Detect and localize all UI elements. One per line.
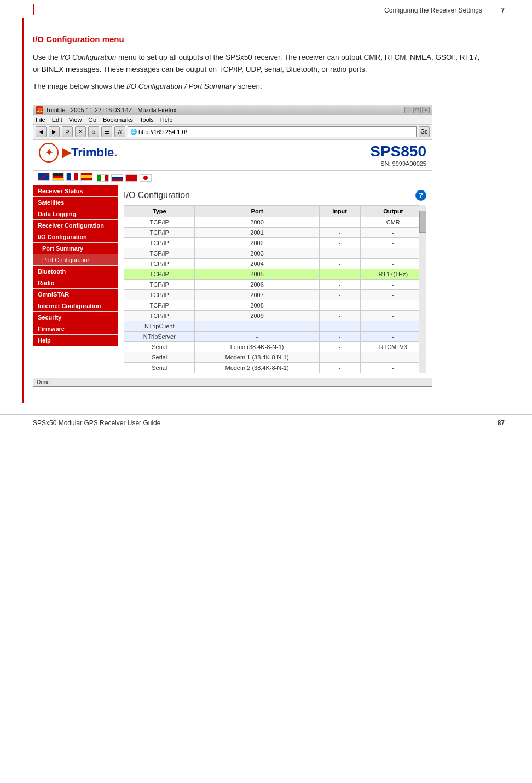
help-icon[interactable]: ? [415,190,426,201]
sidebar-item-internet-configuration[interactable]: Internet Configuration [33,300,118,312]
cell-port: 2000 [195,217,319,227]
back-button[interactable]: ◀ [36,126,47,137]
cell-type: TCP/IP [124,310,195,321]
content-header: I/O Configuration ? [124,190,426,201]
cell-output: - [360,310,426,321]
vertical-scrollbar[interactable] [419,205,426,373]
table-row[interactable]: TCP/IP2007-- [124,289,426,300]
cell-input: - [319,362,360,373]
menu-file[interactable]: File [36,117,45,123]
sidebar-item-help[interactable]: Help [33,335,118,346]
flag-fr[interactable] [66,173,78,181]
screenshot: 🦊 Trimble - 2005-11-22T16:03:14Z - Mozil… [33,105,432,387]
table-row[interactable]: TCP/IP2004-- [124,258,426,269]
browser-titlebar: 🦊 Trimble - 2005-11-22T16:03:14Z - Mozil… [33,105,432,115]
sidebar-item-receiver-configuration[interactable]: Receiver Configuration [33,220,118,231]
trimble-arrow: ▶ [62,146,71,159]
sidebar: Receiver Status Satellites Data Logging … [33,185,118,378]
menu-tools[interactable]: Tools [140,117,154,123]
window-controls[interactable]: _ □ × [404,107,430,113]
flag-ru[interactable] [111,174,123,182]
footer-guide-name: SPSx50 Modular GPS Receiver User Guide [33,419,160,427]
app-layout: ✦ ▶Trimble. SPS850 SN: 9999A00025 [33,140,432,378]
close-button[interactable]: × [422,107,430,113]
sidebar-item-io-configuration[interactable]: I/O Configuration [33,231,118,243]
table-row[interactable]: TCP/IP2005-RT17(1Hz) [124,269,426,279]
maximize-button[interactable]: □ [413,107,421,113]
flag-jp[interactable] [140,174,152,182]
sidebar-item-omnistar[interactable]: OmniSTAR [33,289,118,300]
table-row[interactable]: NTripClient--- [124,321,426,331]
flag-uk[interactable] [38,173,50,181]
body-paragraph-2: The image below shows the I/O Configurat… [33,80,482,92]
table-row[interactable]: TCP/IP2006-- [124,279,426,289]
cell-input: - [319,352,360,362]
sidebar-item-satellites[interactable]: Satellites [33,197,118,208]
cell-port: 2005 [195,269,319,279]
table-header-row: Type Port Input Output [124,205,426,217]
cell-output: - [360,300,426,310]
forward-button[interactable]: ▶ [49,126,60,137]
flag-it[interactable] [97,174,109,182]
body-paragraph-1: Use the I/O Configuration menu to set up… [33,51,482,75]
sidebar-item-receiver-status[interactable]: Receiver Status [33,185,118,197]
menu-bookmarks[interactable]: Bookmarks [103,117,133,123]
cell-input: - [319,217,360,227]
cell-type: NTripServer [124,331,195,341]
sidebar-item-radio[interactable]: Radio [33,277,118,289]
cell-port: 2001 [195,227,319,237]
scrollbar-thumb[interactable] [419,211,426,233]
sidebar-item-port-configuration[interactable]: Port Configuration [33,254,118,266]
cell-output: - [360,362,426,373]
sidebar-item-data-logging[interactable]: Data Logging [33,208,118,220]
flag-es[interactable] [80,173,92,181]
cell-type: TCP/IP [124,269,195,279]
minimize-button[interactable]: _ [404,107,412,113]
io-config-title: I/O Configuration [124,190,190,200]
cell-port: Modem 2 (38.4K-8-N-1) [195,362,319,373]
menu-go[interactable]: Go [88,117,96,123]
table-row[interactable]: TCP/IP2008-- [124,300,426,310]
cell-input: - [319,310,360,321]
sidebar-item-firmware[interactable]: Firmware [33,323,118,335]
cell-input: - [319,269,360,279]
sidebar-item-port-summary[interactable]: Port Summary [33,243,118,254]
table-row[interactable]: TCP/IP2002-- [124,237,426,248]
menu-edit[interactable]: Edit [52,117,62,123]
menu-view[interactable]: View [69,117,82,123]
history-button[interactable]: ☰ [101,126,112,137]
home-button[interactable]: ⌂ [88,126,99,137]
table-row[interactable]: TCP/IP2009-- [124,310,426,321]
menu-help[interactable]: Help [160,117,173,123]
cell-port: 2006 [195,279,319,289]
cell-type: TCP/IP [124,237,195,248]
cell-port: 2004 [195,258,319,269]
table-row[interactable]: TCP/IP2000-CMR [124,217,426,227]
table-row[interactable]: SerialModem 2 (38.4K-8-N-1)-- [124,362,426,373]
stop-button[interactable]: ✕ [75,126,86,137]
table-row[interactable]: TCP/IP2001-- [124,227,426,237]
table-row[interactable]: SerialModem 1 (38.4K-8-N-1)-- [124,352,426,362]
cell-type: Serial [124,362,195,373]
cell-type: TCP/IP [124,248,195,258]
sidebar-item-security[interactable]: Security [33,312,118,323]
cell-type: TCP/IP [124,217,195,227]
section-title: I/O Configuration menu [33,34,505,44]
table-row[interactable]: NTripServer--- [124,331,426,341]
go-button[interactable]: Go [419,126,430,137]
url-bar[interactable]: 🌐 http://169.254.1.0/ [128,126,417,137]
status-text: Done [37,379,50,385]
table-row[interactable]: SerialLemo (38.4K-8-N-1)-RTCM_V3 [124,341,426,352]
cell-type: TCP/IP [124,279,195,289]
table-row[interactable]: TCP/IP2003-- [124,248,426,258]
cell-output: CMR [360,217,426,227]
cell-input: - [319,279,360,289]
refresh-button[interactable]: ↺ [62,126,73,137]
print-button[interactable]: 🖨 [114,126,125,137]
sidebar-item-bluetooth[interactable]: Bluetooth [33,266,118,277]
flag-de[interactable] [52,173,64,181]
cell-input: - [319,321,360,331]
page-header: Configuring the Receiver Settings 7 [384,5,505,15]
flag-cn[interactable] [125,174,137,182]
browser-toolbar: ◀ ▶ ↺ ✕ ⌂ ☰ 🖨 🌐 http://169.254.1.0/ Go [33,125,432,140]
